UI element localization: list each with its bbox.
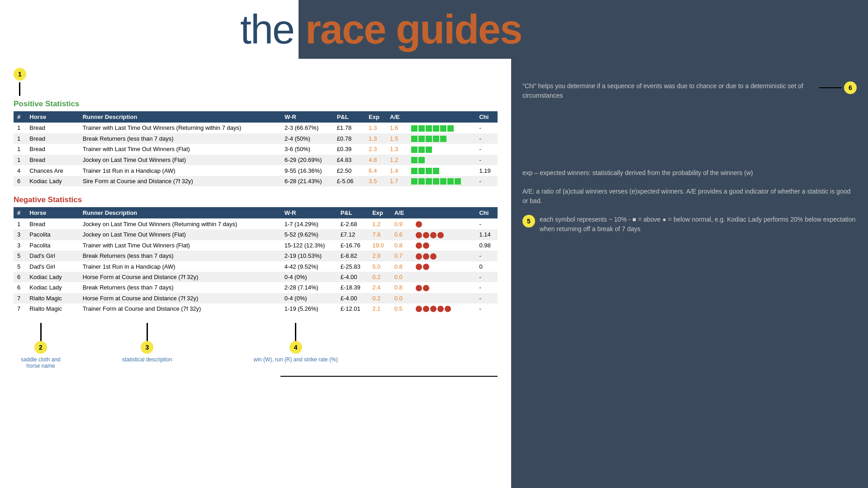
cell-ae: 0.6: [391, 229, 412, 240]
negative-table-row: 6 Kodiac Lady Horse Form at Course and D…: [14, 272, 498, 282]
cell-pnl: £0.78: [333, 133, 365, 144]
left-panel: 1 Positive Statistics # Horse Runner Des…: [0, 59, 511, 488]
cell-num: 1: [14, 144, 26, 155]
cell-horse: Dad's Girl: [26, 261, 79, 272]
cell-ae: 1.4: [386, 165, 408, 176]
cell-exp: 0.2: [369, 272, 390, 282]
red-dot: [423, 253, 429, 260]
negative-table-body: 1 Bread Jockey on Last Time Out Winners …: [14, 218, 498, 314]
cell-chi: -: [475, 155, 498, 166]
green-square: [433, 178, 439, 185]
cell-pnl: £-4.00: [337, 272, 369, 282]
th-hash-pos: #: [14, 111, 26, 123]
green-square: [418, 125, 425, 132]
cell-exp: 4.8: [365, 155, 386, 166]
red-dot: [416, 242, 422, 249]
right-panel: "Chi" helps you determine if a sequence …: [511, 59, 868, 488]
ann4-vert-line: [295, 323, 296, 341]
negative-table-row: 3 Pacolita Jockey on Last Time Out Winne…: [14, 229, 498, 240]
green-square: [433, 136, 439, 142]
green-square: [447, 178, 454, 185]
cell-desc: Trainer with Last Time Out Winners (Retu…: [79, 123, 281, 133]
cell-pnl: £-2.68: [337, 218, 369, 229]
green-square: [411, 178, 417, 185]
header-the: the: [0, 0, 299, 59]
th-ae-neg: A/E: [391, 207, 412, 218]
positive-section-title: Positive Statistics: [14, 99, 498, 109]
positive-table-row: 4 Chances Are Trainer 1st Run in a Handi…: [14, 165, 498, 176]
cell-desc: Trainer Form at Course and Distance (7f …: [79, 303, 281, 314]
th-chi-pos: Chi: [475, 111, 498, 123]
annotation-4-group: 4 win (W), run (R) and strike rate (%): [254, 323, 338, 363]
cell-chi: -: [475, 272, 498, 282]
cell-chi: -: [475, 293, 498, 303]
cell-symbols: [412, 293, 476, 303]
cell-wr: 0-4 (0%): [281, 293, 337, 303]
cell-desc: Jockey on Last Time Out Winners (Flat): [79, 155, 281, 166]
green-square: [455, 178, 461, 185]
green-square: [440, 125, 446, 132]
cell-num: 6: [14, 272, 26, 282]
red-dot: [430, 253, 436, 260]
cell-desc: Break Returners (less than 7 days): [79, 251, 281, 261]
cell-exp: 19.0: [369, 240, 390, 251]
cell-num: 6: [14, 176, 26, 187]
green-square: [418, 136, 425, 142]
cell-symbols: [412, 282, 476, 293]
cell-exp: 2.4: [369, 282, 390, 293]
cell-symbols: [408, 123, 475, 133]
cell-horse: Bread: [26, 123, 79, 133]
cell-chi: 1.14: [475, 229, 498, 240]
cell-chi: -: [475, 218, 498, 229]
cell-chi: -: [475, 123, 498, 133]
green-square: [411, 157, 417, 163]
negative-table-row: 3 Pacolita Trainer with Last Time Out Wi…: [14, 240, 498, 251]
badge6-area: 6: [819, 81, 857, 94]
cell-horse: Rialto Magic: [26, 303, 79, 314]
cell-ae: 0.8: [391, 282, 412, 293]
th-exp-neg: Exp: [369, 207, 390, 218]
ann3-vert-line: [147, 323, 148, 341]
cell-symbols: [408, 144, 475, 155]
cell-ae: 1.2: [386, 155, 408, 166]
red-dot: [423, 264, 429, 270]
cell-ae: 0.7: [391, 251, 412, 261]
cell-ae: 0.0: [391, 293, 412, 303]
cell-desc: Jockey on Last Time Out Winners (Returni…: [79, 218, 281, 229]
negative-table-row: 7 Rialto Magic Horse Form at Course and …: [14, 293, 498, 303]
badge-2: 2: [34, 341, 47, 354]
cell-desc: Sire Form at Course and Distance (7f 32y…: [79, 176, 281, 187]
positive-table-row: 1 Bread Trainer with Last Time Out Winne…: [14, 144, 498, 155]
cell-ae: 0.0: [391, 272, 412, 282]
green-square: [418, 168, 425, 174]
cell-exp: 1.2: [369, 218, 390, 229]
cell-pnl: £-12.01: [337, 303, 369, 314]
cell-chi: -: [475, 251, 498, 261]
cell-num: 5: [14, 251, 26, 261]
cell-wr: 6-28 (21.43%): [281, 176, 333, 187]
th-desc-pos: Runner Description: [79, 111, 281, 123]
cell-desc: Break Returners (less than 7 days): [79, 282, 281, 293]
cell-exp: 7.8: [369, 229, 390, 240]
cell-desc: Jockey on Last Time Out Winners (Flat): [79, 229, 281, 240]
cell-desc: Trainer with Last Time Out Winners (Flat…: [79, 240, 281, 251]
cell-symbols: [408, 176, 475, 187]
cell-desc: Break Returners (less than 7 days): [79, 133, 281, 144]
cell-exp: 2.3: [365, 144, 386, 155]
th-hash-neg: #: [14, 207, 26, 218]
cell-exp: 6.4: [365, 165, 386, 176]
cell-wr: 2-28 (7.14%): [281, 282, 337, 293]
green-square: [426, 178, 432, 185]
cell-horse: Kodiac Lady: [26, 176, 79, 187]
green-square: [411, 125, 417, 132]
cell-pnl: £0.39: [333, 144, 365, 155]
cell-exp: 5.0: [369, 261, 390, 272]
chi-section: "Chi" helps you determine if a sequence …: [522, 81, 857, 100]
cell-symbols: [412, 261, 476, 272]
ae-section: A/E: a ratio of (a)ctual winners verses …: [522, 187, 857, 206]
green-square: [418, 178, 425, 185]
cell-horse: Bread: [26, 133, 79, 144]
cell-wr: 4-42 (9.52%): [281, 261, 337, 272]
cell-ae: 1.3: [386, 144, 408, 155]
cell-chi: -: [475, 144, 498, 155]
